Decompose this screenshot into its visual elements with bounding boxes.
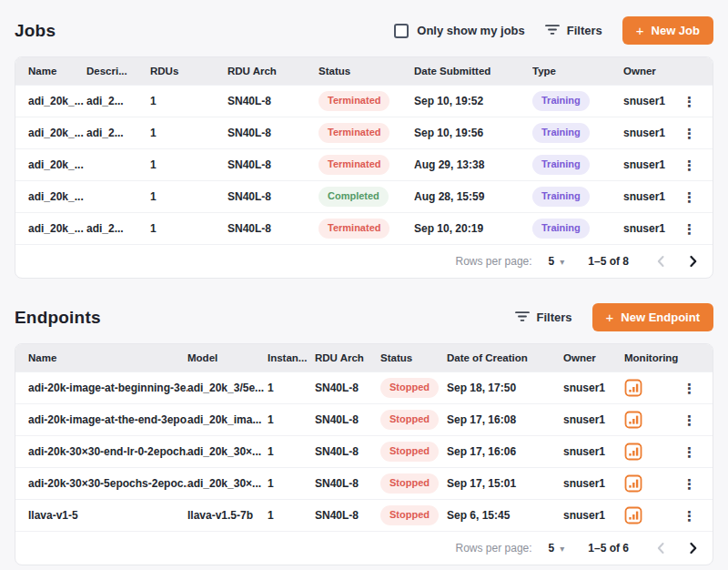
endpoints-table-header: Name Model Instan... RDU Arch Status Dat… bbox=[15, 344, 713, 372]
table-row[interactable]: adi-20k-30×30-5epochs-2epoc... adi_20k_3… bbox=[15, 467, 713, 499]
job-rdu-arch: SN40L-8 bbox=[228, 95, 318, 107]
jobs-filters-label: Filters bbox=[567, 24, 602, 37]
job-date-submitted: Sep 10, 19:52 bbox=[414, 95, 532, 107]
endpoint-instances: 1 bbox=[268, 477, 315, 490]
pagination-range: 1–5 of 8 bbox=[588, 255, 629, 268]
col-date-submitted: Date Submitted bbox=[414, 66, 532, 76]
job-date-submitted: Aug 29, 13:38 bbox=[414, 158, 532, 171]
status-badge: Terminated bbox=[318, 219, 389, 238]
endpoint-model: adi_20k_ima... bbox=[187, 413, 268, 426]
new-endpoint-label: New Endpoint bbox=[621, 310, 700, 324]
row-actions-menu-icon[interactable]: ⋮ bbox=[679, 125, 700, 142]
job-owner: snuser1 bbox=[623, 95, 687, 107]
job-rdu-arch: SN40L-8 bbox=[228, 127, 318, 139]
status-badge: Stopped bbox=[380, 378, 439, 397]
endpoint-model: llava-v1.5-7b bbox=[187, 509, 268, 522]
row-actions-menu-icon[interactable]: ⋮ bbox=[679, 188, 700, 206]
table-row[interactable]: adi-20k-image-at-the-end-3epo... adi_20k… bbox=[15, 403, 713, 435]
type-badge: Training bbox=[532, 155, 590, 174]
col-date-of-creation: Date of Creation bbox=[447, 352, 563, 363]
col-description: Descri... bbox=[86, 66, 150, 76]
endpoint-rdu-arch: SN40L-8 bbox=[315, 413, 380, 426]
checkbox-icon[interactable] bbox=[394, 24, 409, 38]
only-show-my-jobs-label: Only show my jobs bbox=[417, 24, 524, 37]
endpoint-date-created: Sep 17, 15:01 bbox=[447, 477, 563, 490]
table-row[interactable]: adi_20k_... adi_2... 1 SN40L-8 Terminate… bbox=[15, 212, 713, 244]
jobs-table: Name Descri... RDUs RDU Arch Status Date… bbox=[15, 56, 713, 279]
jobs-table-header: Name Descri... RDUs RDU Arch Status Date… bbox=[15, 57, 713, 85]
jobs-pagination: Rows per page: 5 ▾ 1–5 of 8 bbox=[15, 244, 713, 278]
endpoint-owner: snuser1 bbox=[563, 509, 624, 522]
row-actions-menu-icon[interactable]: ⋮ bbox=[679, 412, 700, 429]
endpoint-date-created: Sep 6, 15:45 bbox=[447, 509, 563, 522]
job-description: adi_2... bbox=[86, 127, 150, 139]
status-badge: Stopped bbox=[380, 473, 439, 493]
table-row[interactable]: adi-20k-30×30-end-lr-0-2epoch... adi_20k… bbox=[15, 435, 713, 467]
endpoints-title: Endpoints bbox=[15, 308, 101, 328]
endpoint-model: adi_20k_3/5e... bbox=[187, 382, 268, 394]
job-owner: snuser1 bbox=[623, 190, 687, 203]
filter-icon bbox=[545, 23, 560, 39]
status-badge: Stopped bbox=[380, 505, 439, 524]
endpoint-instances: 1 bbox=[268, 382, 315, 394]
job-rdu-arch: SN40L-8 bbox=[228, 190, 318, 203]
endpoint-model: adi_20k_30×... bbox=[187, 445, 268, 458]
row-actions-menu-icon[interactable]: ⋮ bbox=[679, 475, 700, 493]
job-owner: snuser1 bbox=[623, 127, 687, 139]
type-badge: Training bbox=[532, 219, 590, 238]
row-actions-menu-icon[interactable]: ⋮ bbox=[679, 220, 700, 238]
job-description: adi_2... bbox=[86, 222, 150, 235]
table-row[interactable]: adi-20k-image-at-beginning-3e... adi_20k… bbox=[15, 372, 713, 403]
endpoint-name: adi-20k-image-at-beginning-3e... bbox=[28, 382, 187, 394]
table-row[interactable]: llava-v1-5 llava-v1.5-7b 1 SN40L-8 Stopp… bbox=[15, 499, 713, 531]
row-actions-menu-icon[interactable]: ⋮ bbox=[679, 157, 700, 174]
type-badge: Training bbox=[532, 91, 590, 110]
endpoint-date-created: Sep 17, 16:08 bbox=[447, 413, 563, 426]
status-badge: Terminated bbox=[318, 123, 389, 142]
row-actions-menu-icon[interactable]: ⋮ bbox=[679, 93, 700, 110]
endpoint-rdu-arch: SN40L-8 bbox=[315, 382, 380, 394]
chevron-down-icon: ▾ bbox=[560, 544, 564, 554]
new-endpoint-button[interactable]: + New Endpoint bbox=[592, 303, 713, 331]
endpoints-filters-label: Filters bbox=[537, 310, 572, 324]
next-page-icon[interactable] bbox=[689, 255, 698, 268]
jobs-title: Jobs bbox=[15, 21, 56, 41]
rows-per-page-select[interactable]: 5 ▾ bbox=[549, 255, 565, 268]
chevron-down-icon: ▾ bbox=[560, 257, 564, 267]
only-show-my-jobs-checkbox[interactable]: Only show my jobs bbox=[394, 24, 524, 38]
row-actions-menu-icon[interactable]: ⋮ bbox=[679, 507, 700, 524]
table-row[interactable]: adi_20k_... 1 SN40L-8 Terminated Aug 29,… bbox=[15, 148, 713, 180]
col-model: Model bbox=[187, 352, 268, 363]
job-rdu-arch: SN40L-8 bbox=[228, 158, 318, 171]
job-name: adi_20k_... bbox=[28, 95, 86, 107]
rows-per-page-label: Rows per page: bbox=[456, 255, 532, 268]
table-row[interactable]: adi_20k_... adi_2... 1 SN40L-8 Terminate… bbox=[15, 85, 713, 117]
jobs-filters-button[interactable]: Filters bbox=[545, 23, 602, 39]
new-job-button[interactable]: + New Job bbox=[622, 16, 713, 45]
endpoint-date-created: Sep 17, 16:06 bbox=[447, 445, 563, 458]
job-date-submitted: Sep 10, 19:56 bbox=[414, 127, 532, 139]
previous-page-icon[interactable] bbox=[656, 255, 665, 268]
table-row[interactable]: adi_20k_... adi_2... 1 SN40L-8 Terminate… bbox=[15, 117, 713, 148]
table-row[interactable]: adi_20k_... 1 SN40L-8 Completed Aug 28, … bbox=[15, 180, 713, 212]
col-rdus: RDUs bbox=[150, 66, 228, 76]
next-page-icon[interactable] bbox=[689, 542, 698, 555]
col-owner: Owner bbox=[563, 352, 624, 363]
endpoint-rdu-arch: SN40L-8 bbox=[315, 477, 380, 490]
job-rdu-arch: SN40L-8 bbox=[228, 222, 318, 235]
previous-page-icon[interactable] bbox=[656, 542, 665, 555]
job-rdus: 1 bbox=[150, 158, 228, 171]
row-actions-menu-icon[interactable]: ⋮ bbox=[679, 380, 700, 397]
job-description: adi_2... bbox=[86, 95, 150, 107]
job-date-submitted: Aug 28, 15:59 bbox=[414, 190, 532, 203]
endpoints-table: Name Model Instan... RDU Arch Status Dat… bbox=[15, 343, 713, 565]
endpoint-model: adi_20k_30×... bbox=[187, 477, 268, 490]
type-badge: Training bbox=[532, 123, 590, 142]
endpoint-owner: snuser1 bbox=[563, 477, 624, 490]
new-job-label: New Job bbox=[652, 24, 700, 37]
endpoints-section: Endpoints Filters + New Endpoint Name Mo… bbox=[15, 303, 713, 565]
row-actions-menu-icon[interactable]: ⋮ bbox=[679, 443, 700, 461]
endpoints-filters-button[interactable]: Filters bbox=[515, 310, 572, 326]
col-name: Name bbox=[28, 66, 86, 76]
rows-per-page-select[interactable]: 5 ▾ bbox=[549, 542, 565, 555]
